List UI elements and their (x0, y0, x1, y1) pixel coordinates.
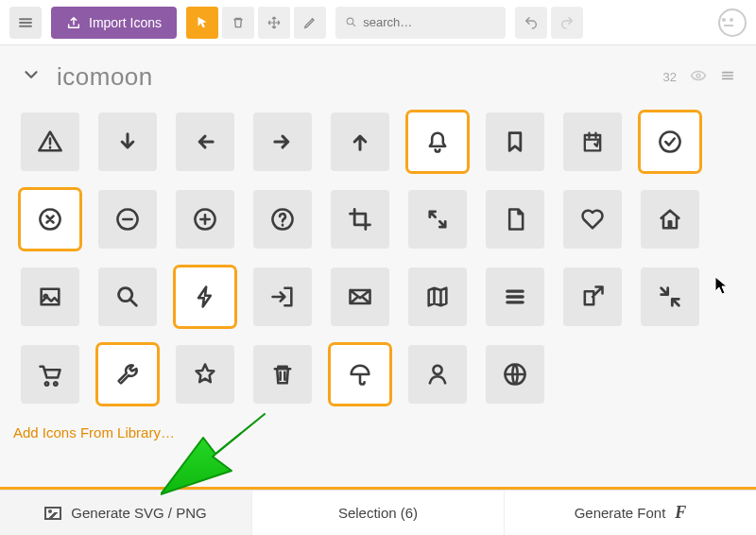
arrow-right-icon (269, 129, 296, 155)
minus-circle-icon (114, 206, 141, 233)
icon-arrow-up-icon[interactable] (331, 112, 389, 171)
icon-arrow-left-icon[interactable] (176, 112, 234, 171)
visibility-toggle[interactable] (690, 67, 707, 88)
add-from-library-link[interactable]: Add Icons From Library… (0, 411, 756, 448)
tab-selection-label: Selection (6) (338, 505, 418, 521)
wrench-icon (114, 361, 141, 388)
icon-grid (0, 95, 756, 411)
pencil-icon (302, 15, 318, 30)
icon-menu-icon[interactable] (486, 268, 544, 326)
crop-icon (347, 206, 373, 233)
warning-icon (37, 129, 63, 155)
calendar-icon (579, 129, 606, 155)
icon-bell-icon[interactable] (408, 112, 467, 171)
icon-question-circle-icon[interactable] (253, 190, 312, 249)
chevron-down-icon (21, 64, 42, 85)
icon-user-icon[interactable] (408, 345, 467, 404)
icon-star-icon[interactable] (176, 345, 234, 404)
icon-expand-icon[interactable] (408, 190, 467, 249)
x-circle-icon (37, 206, 63, 233)
icon-image-icon[interactable] (21, 268, 79, 326)
select-tool[interactable] (186, 7, 218, 39)
image-icon (44, 507, 61, 520)
heart-icon (579, 206, 606, 233)
icon-x-circle-icon[interactable] (21, 190, 79, 249)
upload-icon (66, 15, 81, 30)
delete-tool[interactable] (222, 7, 254, 39)
icon-bookmark-icon[interactable] (486, 112, 544, 171)
import-label: Import Icons (89, 15, 162, 30)
icon-minus-circle-icon[interactable] (98, 190, 157, 249)
icon-wrench-icon[interactable] (98, 345, 157, 404)
collapse-icon (657, 284, 683, 310)
trash-icon (269, 361, 296, 388)
tab-bar: Generate SVG / PNG Selection (6) Generat… (0, 490, 756, 535)
icon-crop-icon[interactable] (331, 190, 389, 249)
edit-tool[interactable] (294, 7, 326, 39)
cursor-icon (194, 14, 211, 31)
expand-icon (424, 206, 451, 233)
tab-selection[interactable]: Selection (6) (252, 491, 505, 535)
icon-login-icon[interactable] (253, 268, 312, 326)
collapse-section-button[interactable] (21, 64, 42, 91)
icon-mail-icon[interactable] (331, 268, 389, 326)
redo-button[interactable] (551, 7, 583, 39)
home-icon (657, 206, 683, 233)
icon-collapse-icon[interactable] (641, 268, 699, 326)
icon-check-circle-icon[interactable] (641, 112, 699, 171)
icon-trash-icon[interactable] (253, 345, 312, 404)
move-tool[interactable] (258, 7, 290, 39)
login-icon (269, 284, 296, 310)
tool-strip (186, 7, 326, 39)
menu-icon (17, 14, 34, 31)
undo-icon (524, 15, 539, 30)
search-icon (345, 15, 357, 29)
menu-icon (502, 284, 528, 310)
icon-count: 32 (663, 70, 677, 84)
eye-icon (690, 67, 707, 84)
external-link-icon (579, 284, 606, 310)
map-icon (424, 284, 451, 310)
icon-arrow-right-icon[interactable] (253, 112, 312, 171)
icon-heart-icon[interactable] (563, 190, 622, 249)
move-icon (266, 15, 282, 30)
arrow-up-icon (347, 129, 373, 155)
icon-external-link-icon[interactable] (563, 268, 622, 326)
icon-search-icon[interactable] (98, 268, 157, 326)
icon-arrow-down-icon[interactable] (98, 112, 157, 171)
globe-icon (502, 361, 528, 388)
undo-button[interactable] (515, 7, 547, 39)
history-controls (515, 7, 583, 39)
icon-calendar-icon[interactable] (563, 112, 622, 171)
svg-point-1 (696, 74, 700, 78)
hamburger-button[interactable] (9, 7, 42, 39)
tab-generate-font[interactable]: Generate Font F (505, 491, 756, 535)
star-icon (192, 361, 218, 388)
tab-svg-label: Generate SVG / PNG (71, 505, 206, 521)
icon-map-icon[interactable] (408, 268, 467, 326)
font-f-icon: F (675, 503, 686, 523)
icon-globe-icon[interactable] (486, 345, 544, 404)
icon-file-icon[interactable] (486, 190, 544, 249)
image-icon (37, 284, 63, 310)
face-icon (726, 21, 739, 25)
arrow-down-icon (114, 129, 141, 155)
user-avatar[interactable] (718, 9, 747, 37)
icon-warning-icon[interactable] (21, 112, 79, 171)
icon-home-icon[interactable] (641, 190, 699, 249)
section-title: icomoon (57, 62, 153, 92)
icon-lightning-icon[interactable] (176, 268, 234, 326)
icon-plus-circle-icon[interactable] (176, 190, 234, 249)
question-circle-icon (269, 206, 296, 233)
import-icons-button[interactable]: Import Icons (51, 7, 177, 39)
tab-generate-svg[interactable]: Generate SVG / PNG (0, 491, 252, 535)
icon-umbrella-icon[interactable] (331, 345, 389, 404)
plus-circle-icon (192, 206, 218, 233)
search-input[interactable] (363, 15, 496, 29)
section-header: icomoon 32 (0, 45, 756, 95)
arrow-left-icon (192, 129, 218, 155)
icon-cart-icon[interactable] (21, 345, 79, 404)
search-box[interactable] (335, 7, 506, 39)
tab-font-label: Generate Font (575, 505, 666, 521)
section-menu-button[interactable] (720, 68, 735, 87)
